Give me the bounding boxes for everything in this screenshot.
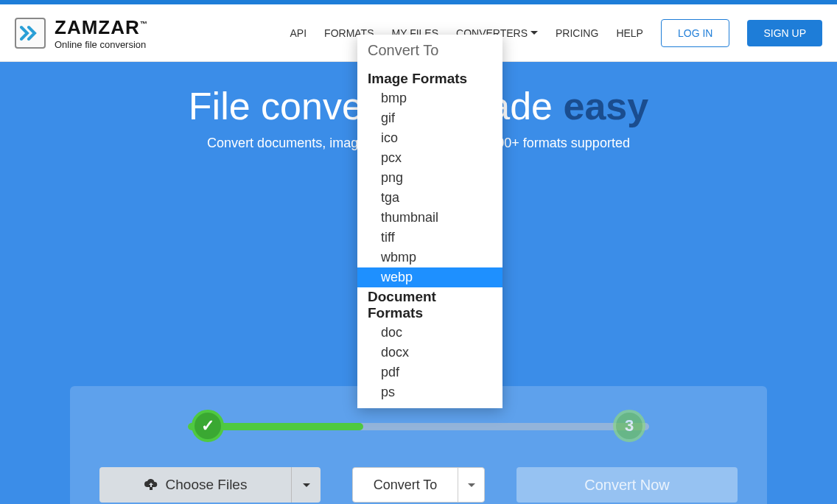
format-option-ps[interactable]: ps bbox=[357, 382, 502, 402]
chevron-down-icon bbox=[530, 31, 538, 35]
format-option-wbmp[interactable]: wbmp bbox=[357, 248, 502, 267]
login-button[interactable]: LOG IN bbox=[661, 19, 729, 47]
format-dropdown[interactable]: Convert To Image Formats bmpgificopcxpng… bbox=[357, 35, 502, 408]
chevron-down-icon bbox=[468, 483, 475, 487]
format-option-gif[interactable]: gif bbox=[357, 108, 502, 128]
format-option-tga[interactable]: tga bbox=[357, 188, 502, 208]
format-option-webp[interactable]: webp bbox=[357, 267, 502, 287]
nav-pricing[interactable]: PRICING bbox=[556, 27, 598, 39]
upload-cloud-icon bbox=[144, 478, 158, 491]
format-option-pdf[interactable]: pdf bbox=[357, 363, 502, 382]
nav-help[interactable]: HELP bbox=[616, 27, 643, 39]
format-option-pcx[interactable]: pcx bbox=[357, 148, 502, 168]
format-option-png[interactable]: png bbox=[357, 168, 502, 188]
step-1-badge: ✓ bbox=[192, 410, 224, 442]
logo[interactable]: ZAMZAR™ Online file conversion bbox=[15, 16, 148, 50]
convert-to-caret[interactable] bbox=[458, 468, 484, 502]
logo-icon bbox=[15, 18, 46, 49]
choose-files-caret[interactable] bbox=[291, 467, 321, 503]
step-3-badge: 3 bbox=[613, 410, 645, 442]
format-option-tiff[interactable]: tiff bbox=[357, 228, 502, 248]
chevron-down-icon bbox=[303, 483, 310, 487]
format-option-ico[interactable]: ico bbox=[357, 128, 502, 148]
format-option-doc[interactable]: doc bbox=[357, 323, 502, 343]
progress-track bbox=[188, 423, 649, 430]
nav-api[interactable]: API bbox=[290, 27, 307, 39]
dropdown-title: Convert To bbox=[357, 35, 502, 69]
brand-name: ZAMZAR bbox=[55, 16, 140, 38]
convert-now-button[interactable]: Convert Now bbox=[516, 467, 738, 503]
dropdown-group-image: Image Formats bbox=[357, 69, 502, 88]
brand-tagline: Online file conversion bbox=[55, 39, 148, 50]
signup-button[interactable]: SIGN UP bbox=[747, 20, 822, 46]
convert-to-select[interactable]: Convert To bbox=[352, 467, 485, 503]
choose-files-button[interactable]: Choose Files bbox=[99, 467, 321, 503]
format-option-thumbnail[interactable]: thumbnail bbox=[357, 208, 502, 228]
format-option-docx[interactable]: docx bbox=[357, 343, 502, 363]
brand-tm: ™ bbox=[140, 20, 148, 28]
dropdown-group-document: Document Formats bbox=[357, 287, 502, 323]
format-option-bmp[interactable]: bmp bbox=[357, 88, 502, 108]
